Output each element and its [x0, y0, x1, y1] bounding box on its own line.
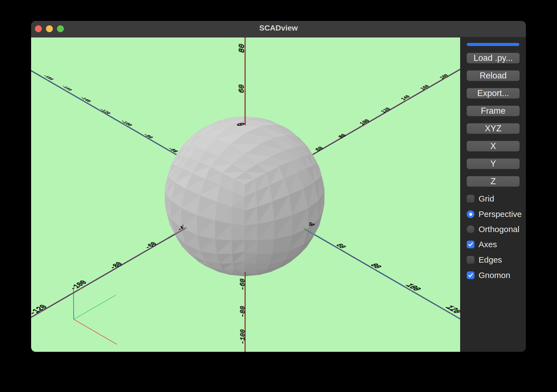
svg-text:80: 80: [337, 133, 348, 139]
svg-text:120: 120: [443, 305, 460, 314]
svg-text:140: 140: [400, 94, 411, 101]
svg-text:-120: -120: [31, 304, 49, 317]
svg-text:60: 60: [238, 84, 246, 94]
svg-text:120: 120: [379, 107, 392, 114]
svg-text:80: 80: [368, 263, 383, 269]
svg-text:-80: -80: [239, 305, 246, 318]
svg-text:60: 60: [314, 146, 325, 152]
svg-text:60: 60: [333, 243, 348, 249]
svg-text:-100: -100: [239, 329, 246, 345]
svg-text:-80: -80: [108, 261, 124, 271]
svg-text:100: 100: [403, 283, 423, 292]
svg-text:180: 180: [439, 74, 449, 80]
svg-text:160: 160: [419, 84, 430, 91]
svg-text:80: 80: [237, 43, 246, 54]
svg-text:-60: -60: [143, 241, 159, 250]
svg-text:-160: -160: [61, 85, 73, 91]
svg-text:100: 100: [359, 119, 371, 126]
svg-text:-60: -60: [239, 278, 246, 291]
svg-text:-100: -100: [68, 279, 89, 292]
